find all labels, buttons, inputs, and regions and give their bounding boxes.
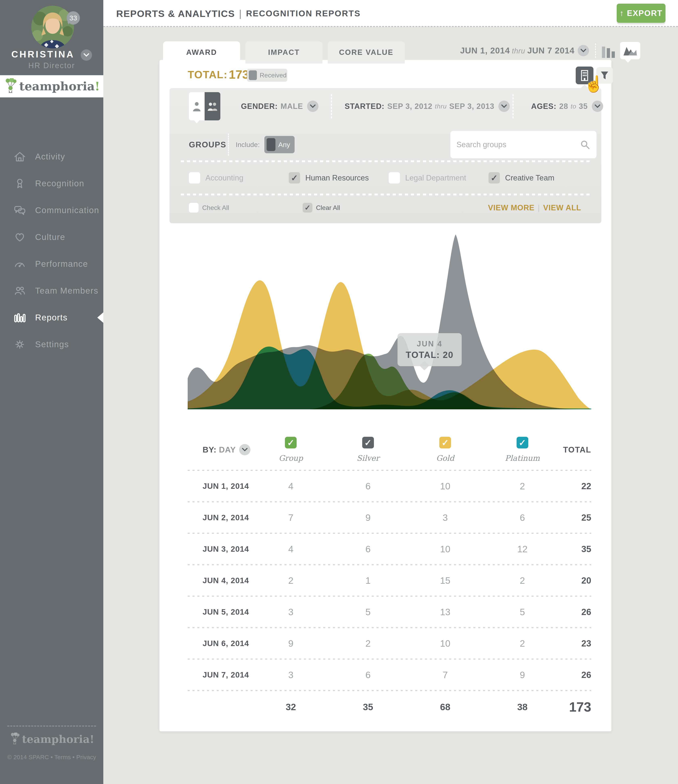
view-more-link[interactable]: VIEW MORE bbox=[488, 204, 535, 212]
bar-chart-icon bbox=[13, 311, 26, 324]
sidebar-item-reports[interactable]: Reports bbox=[0, 304, 103, 331]
total-column-header: TOTAL bbox=[561, 445, 591, 454]
user-name: CHRISTINA bbox=[11, 49, 74, 59]
column-gold: ✓ Gold bbox=[407, 437, 484, 463]
export-button[interactable]: ↑ EXPORT bbox=[617, 4, 666, 23]
checkbox[interactable]: ✓ bbox=[389, 172, 400, 184]
recognition-area-chart[interactable]: JUN 4 TOTAL: 20 bbox=[188, 228, 591, 409]
logo-wordmark: teamphoria! bbox=[19, 79, 100, 93]
column-silver: ✓ Silver bbox=[329, 437, 407, 463]
received-toggle[interactable]: Received bbox=[247, 69, 287, 82]
tab-core-value[interactable]: CORE VALUE bbox=[328, 41, 405, 64]
check-clear-row: ✓ Check All ✓ Clear All VIEW MORE | VIEW… bbox=[189, 199, 581, 217]
include-any-toggle[interactable]: Any bbox=[264, 136, 295, 153]
gear-icon bbox=[13, 338, 26, 351]
tooltip-total: TOTAL: 20 bbox=[406, 350, 454, 360]
group-column-checkbox[interactable]: ✓ bbox=[285, 437, 297, 448]
silver-column-checkbox[interactable]: ✓ bbox=[362, 437, 374, 448]
group-segment[interactable] bbox=[204, 92, 220, 120]
cursor-hand-icon: ☝ bbox=[584, 75, 603, 93]
sidebar-item-settings[interactable]: Settings bbox=[0, 331, 103, 358]
bar-chart-view-icon[interactable] bbox=[601, 44, 617, 58]
chevron-down-icon[interactable] bbox=[592, 101, 603, 112]
gender-filter[interactable]: GENDER: MALE bbox=[241, 92, 318, 120]
dotted-separator bbox=[181, 194, 590, 195]
demographic-filters-row: GENDER: MALE STARTED: SEP 3, 2012 thru S… bbox=[170, 92, 601, 120]
chevron-down-icon[interactable] bbox=[81, 50, 92, 61]
check-all[interactable]: ✓ Check All bbox=[189, 203, 294, 213]
title-divider: | bbox=[239, 8, 242, 19]
total-summary: TOTAL: 173 bbox=[188, 68, 249, 81]
sidebar-item-activity[interactable]: Activity bbox=[0, 143, 103, 170]
toggle-knob bbox=[267, 138, 276, 151]
toggle-knob bbox=[249, 70, 257, 80]
checkbox[interactable]: ✓ bbox=[289, 172, 300, 184]
divider bbox=[331, 94, 332, 118]
report-tabs: AWARD IMPACT CORE VALUE bbox=[163, 41, 405, 64]
table-row: JUN 6, 2014 9 2 10 2 23 bbox=[188, 628, 591, 659]
area-chart-view-button[interactable] bbox=[620, 42, 640, 59]
sidebar-footer: teamphoria! © 2014 SPARC • Terms • Priva… bbox=[0, 725, 103, 784]
chevron-down-icon[interactable] bbox=[307, 101, 318, 112]
gauge-icon bbox=[13, 258, 26, 271]
date-range[interactable]: JUN 1, 2014thruJUN 7 2014 bbox=[460, 46, 575, 56]
people-icon bbox=[13, 284, 26, 297]
tooltip-date: JUN 4 bbox=[417, 339, 443, 348]
checkbox[interactable]: ✓ bbox=[189, 172, 200, 184]
award-icon bbox=[13, 177, 26, 190]
group-icon bbox=[207, 101, 218, 112]
sidebar-item-recognition[interactable]: Recognition bbox=[0, 170, 103, 197]
group-checkbox-human-resources[interactable]: ✓ Human Resources bbox=[289, 168, 389, 188]
area-chart-view-icon bbox=[623, 45, 637, 56]
checkbox[interactable]: ✓ bbox=[303, 203, 312, 213]
person-group-toggle[interactable] bbox=[189, 92, 220, 120]
sidebar-item-label: Reports bbox=[35, 313, 68, 322]
total-value: 173 bbox=[229, 68, 249, 81]
search-icon[interactable] bbox=[580, 139, 591, 150]
area-chart-svg bbox=[188, 228, 591, 409]
tab-award[interactable]: AWARD bbox=[163, 41, 240, 64]
clear-all[interactable]: ✓ Clear All bbox=[303, 203, 408, 213]
sidebar-item-team-members[interactable]: Team Members bbox=[0, 277, 103, 304]
ages-filter[interactable]: AGES: 28 to 35 bbox=[531, 92, 603, 120]
sidebar-item-label: Performance bbox=[35, 259, 88, 269]
group-checkbox-legal-department[interactable]: ✓ Legal Department bbox=[389, 168, 488, 188]
group-checkboxes-row: ✓ Accounting ✓ Human Resources ✓ Legal D… bbox=[189, 168, 588, 188]
table-row: JUN 3, 2014 4 6 10 12 35 bbox=[188, 534, 591, 564]
table-row: JUN 5, 2014 3 5 13 5 26 bbox=[188, 597, 591, 627]
view-all-link[interactable]: VIEW ALL bbox=[543, 204, 581, 212]
group-checkbox-creative-team[interactable]: ✓ Creative Team bbox=[488, 168, 588, 188]
table-row: JUN 4, 2014 2 1 15 2 20 bbox=[188, 565, 591, 596]
table-footer: 32 35 68 38 173 bbox=[188, 692, 591, 722]
chevron-down-icon[interactable] bbox=[239, 444, 250, 455]
heart-icon bbox=[13, 231, 26, 244]
sidebar-item-culture[interactable]: Culture bbox=[0, 224, 103, 250]
page-header: REPORTS & ANALYTICS | RECOGNITION REPORT… bbox=[103, 0, 678, 27]
platinum-column-checkbox[interactable]: ✓ bbox=[517, 437, 528, 448]
user-menu[interactable]: CHRISTINA bbox=[0, 49, 103, 61]
checkbox[interactable]: ✓ bbox=[488, 172, 500, 184]
divider bbox=[228, 134, 229, 156]
sidebar-item-communication[interactable]: Communication bbox=[0, 197, 103, 224]
table-row: JUN 1, 2014 4 6 10 2 22 bbox=[188, 471, 591, 501]
table-row: JUN 7, 2014 3 6 7 9 26 bbox=[188, 660, 591, 690]
chevron-down-icon[interactable] bbox=[578, 45, 589, 56]
started-filter[interactable]: STARTED: SEP 3, 2012 thru SEP 3, 2013 bbox=[344, 92, 510, 120]
date-range-toolbar: JUN 1, 2014thruJUN 7 2014 bbox=[460, 41, 640, 60]
sidebar-item-label: Activity bbox=[35, 152, 65, 162]
app-logo[interactable]: teamphoria! bbox=[0, 75, 103, 97]
gold-column-checkbox[interactable]: ✓ bbox=[439, 437, 451, 448]
single-person-segment[interactable] bbox=[189, 92, 204, 120]
search-groups-input[interactable] bbox=[457, 140, 580, 149]
home-icon bbox=[13, 150, 26, 163]
checkbox[interactable]: ✓ bbox=[189, 203, 199, 213]
page-title: REPORTS & ANALYTICS | RECOGNITION REPORT… bbox=[116, 0, 361, 27]
chevron-down-icon[interactable] bbox=[499, 101, 510, 112]
person-icon bbox=[192, 101, 201, 112]
tab-impact[interactable]: IMPACT bbox=[245, 41, 323, 64]
total-label: TOTAL: bbox=[188, 68, 228, 81]
sidebar-nav: Activity Recognition Communication Cultu… bbox=[0, 143, 103, 358]
sidebar-item-performance[interactable]: Performance bbox=[0, 250, 103, 277]
by-day-selector[interactable]: BY: DAY bbox=[188, 444, 252, 455]
group-checkbox-accounting[interactable]: ✓ Accounting bbox=[189, 168, 289, 188]
